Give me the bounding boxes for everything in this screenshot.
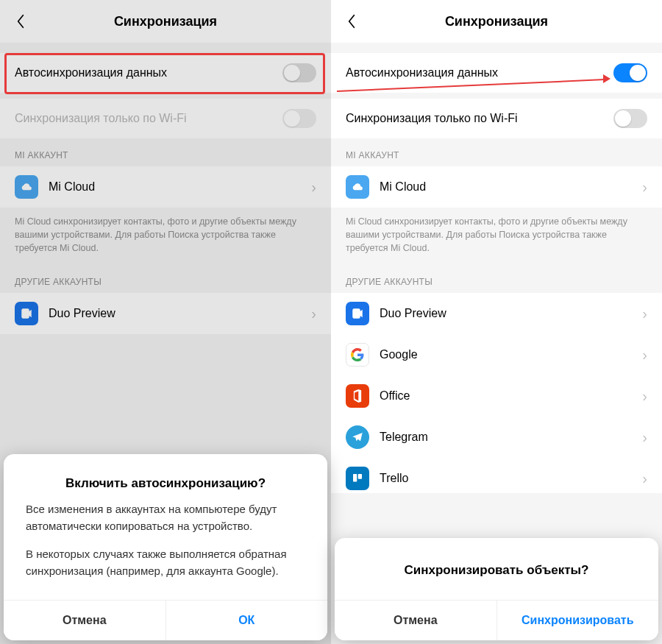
back-icon[interactable] [12,13,29,30]
item-mi-cloud[interactable]: Mi Cloud › [331,166,662,208]
mi-cloud-icon [15,175,38,199]
mi-cloud-label: Mi Cloud [380,180,632,194]
chevron-right-icon: › [642,180,647,194]
panel-left: Синхронизация Автосинхронизация данных С… [0,0,331,644]
header: Синхронизация [331,0,662,43]
mi-cloud-desc: Mi Cloud синхронизирует контакты, фото и… [0,208,331,265]
google-label: Google [380,348,632,361]
office-label: Office [380,389,632,403]
section-mi-account: MI АККАУНТ [0,138,331,166]
section-other-accounts: ДРУГИЕ АККАУНТЫ [0,265,331,293]
duo-label: Duo Preview [380,307,632,320]
wifi-label: Синхронизация только по Wi-Fi [346,112,613,125]
dialog-p2: В некоторых случаях также выполняется об… [26,546,305,579]
item-office[interactable]: Office › [331,375,662,417]
page-title: Синхронизация [331,14,662,29]
chevron-right-icon: › [311,180,316,194]
row-wifi[interactable]: Синхронизация только по Wi-Fi [331,99,662,138]
row-wifi: Синхронизация только по Wi-Fi [0,99,331,138]
back-icon[interactable] [343,13,360,30]
row-autosync[interactable]: Автосинхронизация данных [331,53,662,93]
duo-label: Duo Preview [49,307,301,320]
item-trello[interactable]: Trello › [331,458,662,493]
chevron-right-icon: › [311,306,316,321]
chevron-right-icon: › [642,389,647,403]
cancel-button[interactable]: Отмена [335,601,496,640]
item-telegram[interactable]: Telegram › [331,417,662,458]
chevron-right-icon: › [642,306,647,321]
autosync-label: Автосинхронизация данных [346,66,613,79]
duo-icon [15,302,38,325]
section-mi-account: MI АККАУНТ [331,138,662,166]
autosync-toggle-off[interactable] [282,63,316,82]
wifi-toggle [282,109,316,128]
mi-cloud-label: Mi Cloud [49,180,301,194]
dialog-autosync: Включить автосинхронизацию? Все изменени… [4,454,327,640]
section-other-accounts: ДРУГИЕ АККАУНТЫ [331,265,662,293]
dialog-sync: Синхронизировать объекты? Отмена Синхрон… [335,538,658,640]
item-google[interactable]: Google › [331,334,662,375]
dialog-body: Все изменения в аккаунтах на компьютере … [4,501,327,600]
trello-icon [346,467,369,490]
arrow-head [603,74,611,83]
svg-rect-1 [353,474,357,482]
mi-cloud-icon [346,175,369,199]
office-icon [346,384,369,408]
autosync-toggle-on[interactable] [613,63,647,82]
duo-icon [346,302,369,325]
header: Синхронизация [0,0,331,43]
dialog-buttons: Отмена Синхронизировать [335,600,658,640]
autosync-label: Автосинхронизация данных [15,66,282,79]
sync-button[interactable]: Синхронизировать [496,601,659,640]
trello-label: Trello [380,472,632,485]
dialog-buttons: Отмена ОК [4,600,327,640]
panel-right: Синхронизация Автосинхронизация данных С… [331,0,662,644]
dialog-title: Синхронизировать объекты? [335,538,658,600]
svg-rect-2 [358,474,362,479]
telegram-label: Telegram [380,431,632,444]
dialog-title: Включить автосинхронизацию? [4,454,327,501]
item-mi-cloud[interactable]: Mi Cloud › [0,166,331,208]
mi-cloud-desc: Mi Cloud синхронизирует контакты, фото и… [331,208,662,265]
chevron-right-icon: › [642,471,647,486]
ok-button[interactable]: ОК [166,601,328,640]
wifi-label: Синхронизация только по Wi-Fi [15,112,282,125]
item-duo[interactable]: Duo Preview › [331,293,662,334]
wifi-toggle[interactable] [613,109,647,128]
item-duo[interactable]: Duo Preview › [0,293,331,334]
chevron-right-icon: › [642,347,647,362]
telegram-icon [346,425,369,449]
cancel-button[interactable]: Отмена [4,601,166,640]
page-title: Синхронизация [0,14,331,29]
google-icon [346,343,369,367]
dialog-p1: Все изменения в аккаунтах на компьютере … [26,501,305,534]
row-autosync[interactable]: Автосинхронизация данных [0,53,331,93]
chevron-right-icon: › [642,430,647,445]
